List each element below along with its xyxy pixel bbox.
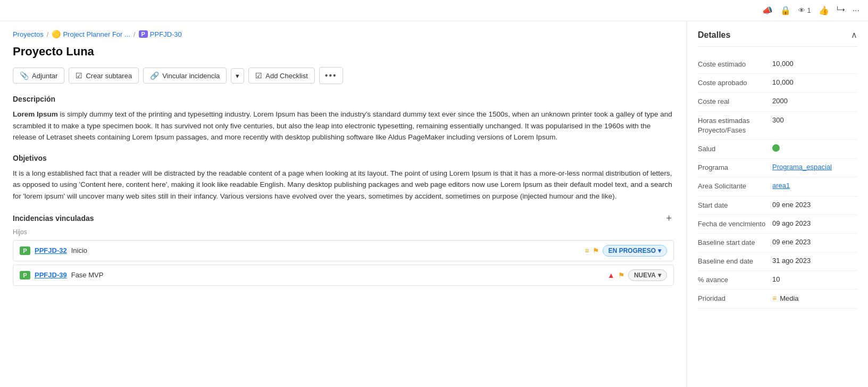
detail-value-area[interactable]: area1 — [772, 182, 857, 190]
top-bar-icons: 📣 🔒 👁 1 👍 ⮡ ··· — [762, 5, 859, 15]
eye-icon: 👁 — [798, 6, 805, 14]
description-body: is simply dummy text of the printing and… — [13, 110, 672, 141]
toolbar-more-button[interactable]: ••• — [319, 67, 343, 84]
issue-32-icons: ≡ ⚑ EN PROGRESO ▾ — [585, 245, 667, 257]
hijos-label: Hijos — [13, 228, 674, 236]
issue-type-tag: P — [20, 246, 30, 255]
right-panel: Detalles ∧ Coste estimado 10,000 Coste a… — [687, 21, 868, 387]
detail-row: Salud — [698, 140, 857, 159]
breadcrumb-projects[interactable]: Proyectos — [13, 30, 44, 38]
detail-label-coste-aprobado: Coste aprobado — [698, 78, 772, 88]
breadcrumb-project: 🟡 Project Planner For ... — [52, 30, 130, 38]
paperclip-icon: 📎 — [20, 71, 29, 80]
checklist-icon: ☑ — [255, 71, 262, 80]
detail-label-area: Area Solicitante — [698, 182, 772, 191]
objetivos-title: Objetivos — [13, 154, 674, 162]
breadcrumb-issue: P PPFJD-30 — [139, 30, 182, 38]
chevron-down-icon: ▾ — [658, 271, 661, 279]
toolbar-dropdown-button[interactable]: ▾ — [231, 68, 244, 84]
detail-label-salud: Salud — [698, 144, 772, 154]
vincular-button[interactable]: 🔗 Vincular incidencia — [143, 68, 227, 84]
description-bold: Lorem Ipsum — [13, 110, 58, 118]
health-dot-green — [772, 144, 780, 152]
breadcrumb-issue-id[interactable]: PPFJD-30 — [150, 30, 182, 38]
detail-value-coste-aprobado: 10,000 — [772, 78, 857, 86]
description-text: Lorem Ipsum is simply dummy text of the … — [13, 109, 674, 143]
detail-row: Coste real 2000 — [698, 93, 857, 111]
left-panel: Proyectos / 🟡 Project Planner For ... / … — [0, 21, 687, 387]
flag-icon-32: ⚑ — [592, 246, 599, 255]
issue-name-32: Inicio — [71, 246, 581, 254]
share-icon[interactable]: ⮡ — [837, 6, 845, 15]
details-header: Detalles ∧ — [698, 30, 857, 47]
eye-count: 👁 1 — [798, 6, 811, 14]
flag-icon-39: ⚑ — [618, 271, 625, 279]
objetivos-text: It is a long established fact that a rea… — [13, 168, 674, 202]
priority-equal-icon: ≡ — [585, 246, 589, 255]
detail-row: Coste aprobado 10,000 — [698, 74, 857, 93]
detail-row: % avance 10 — [698, 271, 857, 290]
add-incidencia-button[interactable]: + — [664, 213, 674, 224]
thumbsup-icon[interactable]: 👍 — [819, 5, 829, 15]
adjuntar-button[interactable]: 📎 Adjuntar — [13, 68, 64, 84]
detail-value-avance: 10 — [772, 275, 857, 283]
detail-row: Area Solicitante area1 — [698, 177, 857, 196]
detail-label-vencimiento: Fecha de vencimiento — [698, 219, 772, 229]
collapse-button[interactable]: ∧ — [851, 30, 857, 40]
status-badge-32[interactable]: EN PROGRESO ▾ — [603, 245, 667, 257]
toolbar: 📎 Adjuntar ☑ Crear subtarea 🔗 Vincular i… — [13, 67, 674, 84]
detail-value-vencimiento: 09 ago 2023 — [772, 219, 857, 227]
detail-row: Start date 09 ene 2023 — [698, 196, 857, 215]
priority-eq-icon: ≡ — [772, 294, 777, 302]
issue-row: P PPFJD-32 Inicio ≡ ⚑ EN PROGRESO ▾ — [13, 240, 674, 261]
detail-value-start-date: 09 ene 2023 — [772, 201, 857, 209]
issue-type-tag: P — [20, 271, 30, 279]
detail-value-prioridad: ≡ Media — [772, 294, 857, 302]
detail-value-baseline-start: 09 ene 2023 — [772, 238, 857, 246]
issue-id-39[interactable]: PPFJD-39 — [35, 271, 67, 279]
detail-label-coste-real: Coste real — [698, 97, 772, 106]
status-badge-39[interactable]: NUEVA ▾ — [628, 269, 667, 281]
lock-icon[interactable]: 🔒 — [780, 5, 791, 15]
subtarea-icon: ☑ — [76, 71, 82, 80]
detail-row: Baseline start date 09 ene 2023 — [698, 234, 857, 252]
more-icon[interactable]: ··· — [853, 6, 859, 15]
detail-value-coste-estimado: 10,000 — [772, 60, 857, 68]
crear-subtarea-button[interactable]: ☑ Crear subtarea — [69, 68, 139, 84]
detail-row: Programa Programa_espacial — [698, 159, 857, 177]
priority-label: Media — [780, 294, 798, 302]
detail-row: Fecha de vencimiento 09 ago 2023 — [698, 215, 857, 234]
detail-row: Baseline end date 31 ago 2023 — [698, 252, 857, 271]
detail-row: Prioridad ≡ Media — [698, 290, 857, 308]
breadcrumb-project-name[interactable]: Project Planner For ... — [63, 30, 130, 38]
flag-icon: 🟡 — [52, 30, 61, 38]
page-title: Proyecto Luna — [13, 45, 674, 59]
detail-label-programa: Programa — [698, 163, 772, 172]
incidencias-section: Incidencias vinculadas + Hijos P PPFJD-3… — [13, 213, 674, 286]
issue-tag-icon: P — [139, 30, 148, 38]
detail-label-horas: Horas estimadas Proyecto/Fases — [698, 116, 772, 135]
add-checklist-button[interactable]: ☑ Add Checklist — [248, 68, 314, 84]
link-icon: 🔗 — [150, 71, 159, 80]
breadcrumb-sep2: / — [133, 30, 136, 38]
details-title: Detalles — [698, 30, 730, 40]
issue-id-32[interactable]: PPFJD-32 — [35, 246, 67, 254]
issue-name-39: Fase MVP — [71, 271, 603, 279]
megaphone-icon[interactable]: 📣 — [762, 5, 773, 15]
incidencias-title: Incidencias vinculadas — [13, 214, 94, 223]
description-section: Descripción Lorem Ipsum is simply dummy … — [13, 95, 674, 143]
incidencias-header: Incidencias vinculadas + — [13, 213, 674, 224]
description-title: Descripción — [13, 95, 674, 103]
detail-row: Horas estimadas Proyecto/Fases 300 — [698, 112, 857, 140]
detail-label-prioridad: Prioridad — [698, 294, 772, 303]
detail-label-avance: % avance — [698, 275, 772, 285]
breadcrumb-sep1: / — [47, 30, 49, 38]
detail-value-coste-real: 2000 — [772, 97, 857, 105]
detail-value-programa[interactable]: Programa_espacial — [772, 163, 857, 171]
chevron-down-icon: ▾ — [658, 247, 661, 254]
more-icon: ••• — [325, 71, 337, 80]
priority-up-icon: ▲ — [607, 271, 615, 279]
priority-eq-container: ≡ Media — [772, 294, 857, 302]
issue-39-icons: ▲ ⚑ NUEVA ▾ — [607, 269, 667, 281]
detail-label-start-date: Start date — [698, 201, 772, 210]
